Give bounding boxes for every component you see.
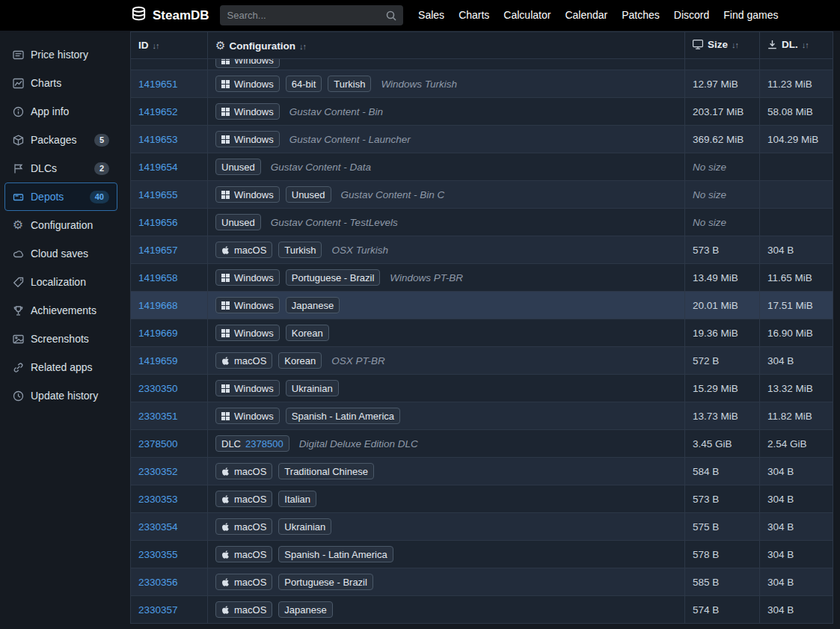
config-badge: 64-bit: [286, 76, 322, 92]
size-cell: 578 B: [685, 541, 760, 568]
sidebar-item-related-apps[interactable]: Related apps: [0, 353, 122, 381]
size-cell: No size: [685, 153, 760, 181]
windows-badge: Windows: [215, 103, 280, 120]
depot-id-link[interactable]: 2330353: [138, 494, 178, 505]
sidebar-item-depots[interactable]: Depots 40: [4, 182, 117, 211]
sidebar-item-screenshots[interactable]: Screenshots: [0, 325, 122, 353]
nav-patches[interactable]: Patches: [615, 0, 667, 31]
sidebar-item-cloud-saves[interactable]: Cloud saves: [0, 239, 122, 268]
column-header-dl[interactable]: DL.↓↑: [760, 32, 833, 59]
config-cell: WindowsUkrainian: [208, 375, 685, 402]
sidebar-item-label: Packages: [31, 134, 76, 146]
dl-cell: 304 B: [760, 596, 833, 624]
windows-badge: Windows: [215, 186, 280, 203]
depot-id-link[interactable]: 2378500: [138, 438, 178, 449]
sidebar-item-configuration[interactable]: ⚙ Configuration: [0, 211, 122, 239]
sidebar-item-localization[interactable]: Localization: [0, 268, 122, 296]
nav-find-games[interactable]: Find games: [717, 0, 785, 31]
nav-charts[interactable]: Charts: [452, 0, 497, 31]
depot-id-link[interactable]: 2330357: [138, 604, 178, 616]
price-history-icon: [12, 49, 24, 61]
column-header-size[interactable]: Size↓↑: [685, 32, 760, 59]
line-chart-icon: [12, 77, 24, 89]
macos-badge: macOS: [215, 518, 272, 535]
sidebar-item-price-history[interactable]: Price history: [0, 40, 122, 69]
config-cell: WindowsPortuguese - BrazilWindows PT-BR: [208, 264, 685, 292]
column-header-configuration[interactable]: ⚙Configuration↓↑: [208, 32, 685, 59]
monitor-icon: [693, 40, 703, 52]
sidebar-item-update-history[interactable]: Update history: [0, 381, 122, 410]
windows-badge: Windows: [215, 59, 280, 68]
size-cell: No size: [685, 181, 760, 209]
id-cell: 1419659: [131, 347, 208, 375]
depot-id-link[interactable]: 1419651: [138, 79, 178, 90]
config-badge: Turkish: [328, 76, 371, 92]
depot-id-link[interactable]: 1419656: [138, 217, 178, 228]
sidebar-item-packages[interactable]: Packages 5: [0, 126, 122, 154]
search-input[interactable]: [220, 5, 403, 25]
apple-icon: [221, 605, 230, 615]
macos-badge: macOS: [215, 574, 272, 590]
sidebar-item-app-info[interactable]: App info: [0, 97, 122, 126]
nav-calendar[interactable]: Calendar: [558, 0, 615, 31]
depot-id-link[interactable]: 1419658: [138, 272, 178, 283]
nav-sales[interactable]: Sales: [411, 0, 452, 31]
table-row: 2330356macOSPortuguese - Brazil585 B304 …: [131, 568, 833, 596]
nav-calculator[interactable]: Calculator: [497, 0, 558, 31]
dlc-id-link[interactable]: 2378500: [245, 438, 283, 449]
dlc-badge: DLC2378500: [215, 435, 289, 452]
table-row: 2330355macOSSpanish - Latin America578 B…: [131, 541, 833, 568]
steamdb-brand[interactable]: SteamDB: [130, 5, 209, 26]
depot-id-link[interactable]: 2330356: [138, 577, 178, 588]
id-cell: [131, 59, 208, 70]
depot-id-link[interactable]: 1419652: [138, 106, 178, 117]
table-row: 1419655WindowsUnusedGustav Content - Bin…: [131, 181, 833, 209]
size-cell: 3.45 GiB: [685, 430, 760, 458]
table-row: 2330351WindowsSpanish - Latin America13.…: [131, 402, 833, 430]
top-nav: Sales Charts Calculator Calendar Patches…: [411, 0, 785, 31]
table-row: 1419653WindowsGustav Content - Launcher3…: [131, 126, 833, 153]
dl-cell: 16.90 MiB: [760, 319, 833, 347]
column-label: ID: [138, 40, 149, 51]
windows-icon: [221, 412, 230, 420]
main-content: ID↓↑ ⚙Configuration↓↑ Size↓↑ DL.↓↑ Windo…: [130, 31, 833, 624]
dl-cell: 11.65 MiB: [760, 264, 833, 292]
nav-discord[interactable]: Discord: [666, 0, 716, 31]
size-cell: 369.62 MiB: [685, 126, 760, 153]
sidebar-item-achievements[interactable]: Achievements: [0, 296, 122, 325]
config-cell: macOSSpanish - Latin America: [208, 541, 685, 568]
table-row: 1419654UnusedGustav Content - DataNo siz…: [131, 153, 833, 181]
dl-cell: 304 B: [760, 568, 833, 596]
dl-cell: 11.23 MiB: [760, 70, 833, 98]
depot-id-link[interactable]: 1419668: [138, 300, 178, 311]
id-cell: 2330352: [131, 458, 208, 485]
depot-id-link[interactable]: 1419653: [138, 134, 178, 145]
config-badge: Unused: [215, 159, 261, 175]
depot-id-link[interactable]: 2330354: [138, 521, 178, 533]
download-icon: [767, 40, 777, 52]
depot-id-link[interactable]: 2330355: [138, 549, 178, 560]
size-cell: 572 B: [685, 347, 760, 375]
depot-id-link[interactable]: 1419654: [138, 162, 178, 173]
dl-cell: 304 B: [760, 485, 833, 513]
sidebar-item-dlcs[interactable]: DLCs 2: [0, 154, 122, 182]
depot-description: Gustav Content - Bin C: [341, 189, 445, 200]
depot-id-link[interactable]: 1419655: [138, 189, 178, 200]
column-label: DL.: [782, 39, 798, 50]
apple-icon: [221, 356, 230, 366]
config-badge: Japanese: [278, 601, 332, 618]
sidebar-item-charts[interactable]: Charts: [0, 69, 122, 97]
depot-id-link[interactable]: 1419657: [138, 245, 178, 256]
depot-id-link[interactable]: 2330350: [138, 383, 178, 394]
size-cell: 12.97 MiB: [685, 70, 760, 98]
config-badge: Korean: [286, 325, 329, 341]
depot-drive-icon: [12, 191, 24, 203]
windows-badge: Windows: [215, 297, 280, 313]
depot-id-link[interactable]: 2330352: [138, 466, 178, 477]
config-cell: UnusedGustav Content - TestLevels: [208, 209, 685, 236]
depot-id-link[interactable]: 1419669: [138, 328, 178, 339]
depot-id-link[interactable]: 1419659: [138, 355, 178, 366]
depot-id-link[interactable]: 2330351: [138, 411, 178, 422]
column-header-id[interactable]: ID↓↑: [131, 32, 208, 59]
gear-icon: ⚙: [215, 39, 225, 52]
